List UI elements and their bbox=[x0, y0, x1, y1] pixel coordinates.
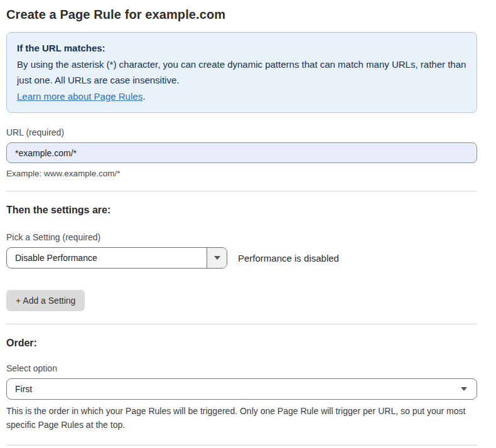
learn-more-link[interactable]: Learn more about Page Rules bbox=[17, 91, 143, 102]
setting-select-value: Disable Performance bbox=[7, 248, 97, 268]
chevron-down-icon bbox=[214, 256, 220, 260]
url-input[interactable] bbox=[6, 142, 477, 163]
divider bbox=[6, 191, 477, 191]
divider bbox=[6, 324, 477, 324]
url-label: URL (required) bbox=[6, 127, 477, 137]
setting-row: Disable Performance Performance is disab… bbox=[6, 247, 477, 269]
link-period: . bbox=[143, 91, 145, 102]
info-box-body: By using the asterisk (*) character, you… bbox=[17, 56, 466, 88]
chevron-down-icon bbox=[461, 387, 467, 391]
page-title: Create a Page Rule for example.com bbox=[6, 0, 477, 22]
setting-select-arrow-button[interactable] bbox=[207, 248, 227, 268]
add-setting-button[interactable]: + Add a Setting bbox=[6, 290, 85, 311]
pick-setting-label: Pick a Setting (required) bbox=[6, 232, 477, 242]
divider bbox=[6, 445, 477, 445]
setting-select[interactable]: Disable Performance bbox=[6, 247, 227, 269]
url-match-info-box: If the URL matches: By using the asteris… bbox=[6, 32, 477, 113]
order-select[interactable]: First bbox=[6, 378, 477, 400]
page-rule-form: Create a Page Rule for example.com If th… bbox=[0, 0, 496, 448]
setting-status-text: Performance is disabled bbox=[238, 253, 339, 264]
info-box-heading: If the URL matches: bbox=[17, 40, 466, 56]
url-example-text: Example: www.example.com/* bbox=[6, 169, 477, 178]
settings-heading: Then the settings are: bbox=[6, 205, 477, 216]
info-box-link-line: Learn more about Page Rules. bbox=[17, 88, 466, 105]
order-select-value: First bbox=[15, 384, 32, 394]
order-heading: Order: bbox=[6, 338, 477, 349]
order-help-text: This is the order in which your Page Rul… bbox=[6, 404, 477, 432]
order-select-label: Select option bbox=[6, 363, 477, 373]
